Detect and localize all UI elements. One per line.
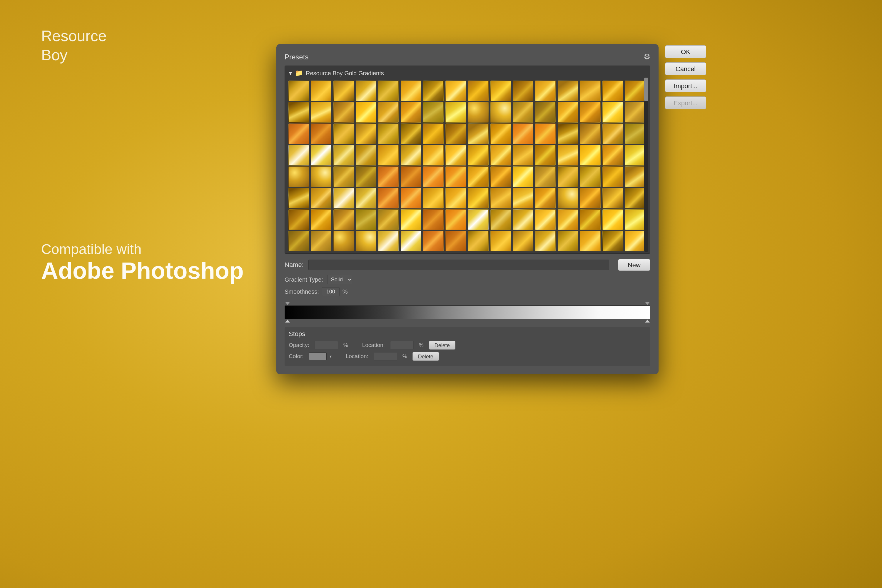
- gradient-cell[interactable]: [625, 209, 646, 230]
- gradient-cell[interactable]: [468, 231, 489, 251]
- gradient-cell[interactable]: [423, 123, 444, 144]
- gradient-cell[interactable]: [625, 102, 646, 123]
- gradient-cell[interactable]: [423, 81, 444, 101]
- gradient-cell[interactable]: [423, 231, 444, 251]
- gradient-cell[interactable]: [558, 188, 578, 208]
- gradient-cell[interactable]: [580, 81, 601, 101]
- gradient-cell[interactable]: [468, 123, 489, 144]
- gradient-cell[interactable]: [558, 145, 578, 165]
- gradient-cell[interactable]: [580, 145, 601, 165]
- gradient-cell[interactable]: [378, 188, 399, 208]
- gradient-cell[interactable]: [490, 231, 511, 251]
- gradient-cell[interactable]: [468, 209, 489, 230]
- gradient-cell[interactable]: [401, 102, 421, 123]
- gradient-cell[interactable]: [333, 188, 354, 208]
- ok-button[interactable]: OK: [665, 45, 706, 58]
- gradient-cell[interactable]: [625, 166, 646, 187]
- gradient-cell[interactable]: [625, 123, 646, 144]
- gradient-cell[interactable]: [356, 123, 376, 144]
- scrollbar-thumb[interactable]: [644, 78, 648, 101]
- gradient-cell[interactable]: [446, 209, 466, 230]
- color-dropdown-arrow[interactable]: ▾: [330, 354, 332, 358]
- gradient-cell[interactable]: [535, 231, 556, 251]
- gradient-cell[interactable]: [378, 209, 399, 230]
- gradient-cell[interactable]: [288, 188, 309, 208]
- gradient-cell[interactable]: [602, 209, 623, 230]
- gradient-cell[interactable]: [580, 231, 601, 251]
- gradient-cell[interactable]: [602, 102, 623, 123]
- gradient-cell[interactable]: [446, 145, 466, 165]
- color-swatch[interactable]: [309, 352, 327, 360]
- gradient-cell[interactable]: [333, 166, 354, 187]
- opacity-stop-left[interactable]: [285, 300, 290, 305]
- gradient-cell[interactable]: [423, 145, 444, 165]
- gradient-cell[interactable]: [378, 102, 399, 123]
- color-stop-right[interactable]: [645, 320, 650, 324]
- gradient-cell[interactable]: [288, 231, 309, 251]
- gradient-cell[interactable]: [333, 102, 354, 123]
- new-button[interactable]: New: [618, 259, 650, 271]
- gradient-cell[interactable]: [288, 166, 309, 187]
- gradient-cell[interactable]: [602, 123, 623, 144]
- gradient-cell[interactable]: [625, 145, 646, 165]
- gradient-cell[interactable]: [446, 123, 466, 144]
- gradient-cell[interactable]: [490, 123, 511, 144]
- gradient-cell[interactable]: [356, 231, 376, 251]
- opacity-stop-right[interactable]: [645, 300, 650, 305]
- gradient-cell[interactable]: [535, 145, 556, 165]
- export-button[interactable]: Export...: [665, 96, 706, 110]
- gradient-cell[interactable]: [490, 209, 511, 230]
- smoothness-input[interactable]: 100: [322, 287, 340, 296]
- gradient-cell[interactable]: [311, 209, 332, 230]
- color-stop-left[interactable]: [285, 320, 290, 324]
- gradient-cell[interactable]: [446, 231, 466, 251]
- gradient-cell[interactable]: [401, 81, 421, 101]
- gradient-cell[interactable]: [378, 145, 399, 165]
- gradient-cell[interactable]: [378, 231, 399, 251]
- gradient-cell[interactable]: [446, 188, 466, 208]
- gradient-cell[interactable]: [423, 166, 444, 187]
- gradient-cell[interactable]: [446, 166, 466, 187]
- gradient-cell[interactable]: [558, 102, 578, 123]
- gradient-cell[interactable]: [490, 81, 511, 101]
- gradient-cell[interactable]: [356, 188, 376, 208]
- gradient-cell[interactable]: [513, 81, 533, 101]
- gradient-cell[interactable]: [535, 81, 556, 101]
- gradient-cell[interactable]: [423, 209, 444, 230]
- gear-button[interactable]: ⚙: [644, 52, 650, 62]
- gradient-cell[interactable]: [378, 123, 399, 144]
- gradient-cell[interactable]: [356, 145, 376, 165]
- gradient-cell[interactable]: [490, 102, 511, 123]
- gradient-cell[interactable]: [580, 209, 601, 230]
- gradient-cell[interactable]: [378, 81, 399, 101]
- gradient-cell[interactable]: [513, 123, 533, 144]
- gradient-cell[interactable]: [311, 81, 332, 101]
- gradient-cell[interactable]: [288, 102, 309, 123]
- delete-button-1[interactable]: Delete: [429, 341, 455, 350]
- gradient-type-select[interactable]: Solid Noise: [327, 275, 352, 284]
- gradient-cell[interactable]: [333, 123, 354, 144]
- gradient-cell[interactable]: [535, 102, 556, 123]
- gradient-cell[interactable]: [535, 166, 556, 187]
- location-input-1[interactable]: [390, 341, 414, 349]
- gradient-cell[interactable]: [401, 209, 421, 230]
- gradient-cell[interactable]: [513, 231, 533, 251]
- gradient-cell[interactable]: [378, 166, 399, 187]
- gradient-cell[interactable]: [580, 188, 601, 208]
- gradient-cell[interactable]: [535, 188, 556, 208]
- gradient-cell[interactable]: [535, 123, 556, 144]
- gradient-cell[interactable]: [468, 166, 489, 187]
- gradient-cell[interactable]: [468, 145, 489, 165]
- gradient-cell[interactable]: [356, 209, 376, 230]
- location-input-2[interactable]: [374, 352, 397, 360]
- gradient-cell[interactable]: [513, 166, 533, 187]
- gradient-cell[interactable]: [401, 188, 421, 208]
- gradient-cell[interactable]: [490, 145, 511, 165]
- gradient-cell[interactable]: [311, 123, 332, 144]
- gradient-cell[interactable]: [288, 209, 309, 230]
- delete-button-2[interactable]: Delete: [412, 352, 439, 361]
- gradient-cell[interactable]: [625, 81, 646, 101]
- gradient-cell[interactable]: [558, 123, 578, 144]
- gradient-cell[interactable]: [333, 231, 354, 251]
- gradient-cell[interactable]: [602, 166, 623, 187]
